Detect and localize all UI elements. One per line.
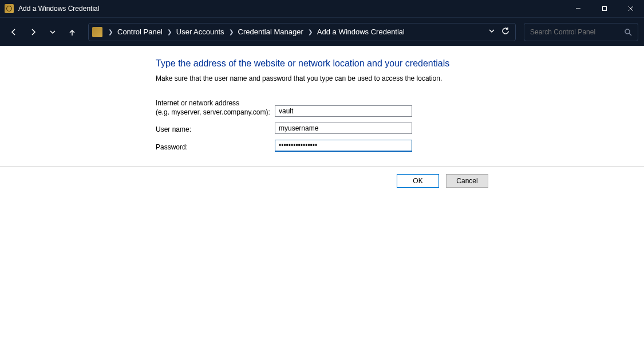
username-label: User name: (156, 125, 275, 134)
back-button[interactable] (6, 24, 22, 40)
chevron-right-icon: ❯ (167, 29, 172, 35)
search-input[interactable] (530, 28, 624, 36)
app-icon (5, 4, 14, 13)
titlebar: Add a Windows Credential (0, 0, 644, 17)
maximize-button[interactable] (591, 0, 618, 17)
password-row: Password: (156, 140, 644, 152)
svg-point-5 (625, 29, 630, 34)
chevron-right-icon: ❯ (229, 29, 234, 35)
address-label-line2: (e.g. myserver, server.company.com): (156, 108, 270, 116)
address-bar[interactable]: ❯ Control Panel ❯ User Accounts ❯ Creden… (88, 23, 516, 41)
breadcrumb-user-accounts[interactable]: User Accounts (174, 26, 227, 37)
breadcrumb-current[interactable]: Add a Windows Credential (315, 26, 407, 37)
address-label-line1: Internet or network address (156, 99, 239, 107)
recent-dropdown[interactable] (45, 24, 61, 40)
svg-line-6 (629, 33, 631, 35)
separator (0, 166, 644, 167)
address-input[interactable] (275, 105, 412, 117)
svg-rect-1 (603, 7, 607, 11)
control-panel-icon (92, 27, 102, 37)
navbar: ❯ Control Panel ❯ User Accounts ❯ Creden… (0, 17, 644, 46)
minimize-button[interactable] (565, 0, 591, 17)
search-icon (624, 28, 632, 36)
search-box[interactable] (524, 23, 638, 41)
content-area: Type the address of the website or netwo… (0, 46, 644, 363)
page-subtext: Make sure that the user name and passwor… (156, 74, 644, 82)
forward-button[interactable] (25, 24, 41, 40)
address-row: Internet or network address (e.g. myserv… (156, 98, 644, 117)
ok-button[interactable]: OK (397, 174, 439, 188)
window-controls (565, 0, 644, 17)
chevron-right-icon: ❯ (308, 29, 313, 35)
password-input[interactable] (275, 140, 412, 152)
username-row: User name: (156, 123, 644, 134)
button-row: OK Cancel (397, 174, 488, 188)
password-label: Password: (156, 143, 275, 152)
page-heading: Type the address of the website or netwo… (156, 58, 644, 69)
address-dropdown-button[interactable] (488, 27, 496, 37)
close-button[interactable] (618, 0, 644, 17)
chevron-right-icon: ❯ (108, 29, 113, 35)
address-label: Internet or network address (e.g. myserv… (156, 98, 275, 117)
up-button[interactable] (64, 24, 80, 40)
breadcrumb-credential-manager[interactable]: Credential Manager (236, 26, 306, 37)
window-title: Add a Windows Credential (18, 5, 99, 13)
username-input[interactable] (275, 123, 412, 134)
cancel-button[interactable]: Cancel (446, 174, 488, 188)
refresh-button[interactable] (501, 27, 509, 37)
breadcrumb-control-panel[interactable]: Control Panel (115, 26, 165, 37)
